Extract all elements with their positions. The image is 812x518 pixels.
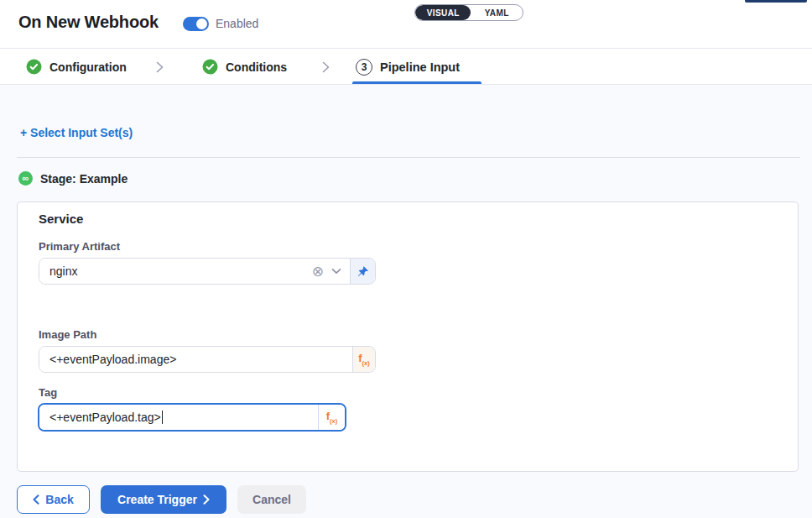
image-path-input[interactable]: [49, 353, 346, 366]
chevron-right-icon: [156, 50, 164, 84]
pin-icon: [357, 265, 369, 278]
chevron-right-icon: [322, 50, 330, 84]
clear-icon[interactable]: ⊗: [312, 264, 324, 279]
chevron-down-icon[interactable]: [331, 268, 341, 275]
stage-header: ∞ Stage: Example: [18, 171, 128, 186]
create-trigger-label: Create Trigger: [117, 493, 197, 506]
tag-input-value: <+eventPayload.tag>: [49, 411, 161, 424]
tag-field: <+eventPayload.tag> f(x): [38, 403, 346, 432]
step-pipeline-input-label: Pipeline Input: [380, 60, 460, 74]
trigger-wizard-page: On New Webhook Enabled VISUAL YAML Confi…: [0, 0, 812, 518]
check-circle-icon: [202, 59, 218, 75]
visual-yaml-toggle: VISUAL YAML: [414, 4, 523, 21]
step-conditions[interactable]: Conditions: [202, 50, 287, 84]
expression-button[interactable]: f(x): [352, 347, 375, 372]
stage-deploy-icon: ∞: [18, 171, 33, 186]
tag-input[interactable]: <+eventPayload.tag>: [39, 405, 318, 430]
chevron-left-icon: [33, 494, 39, 505]
cancel-button-label: Cancel: [252, 493, 291, 506]
fx-icon: f(x): [326, 411, 338, 424]
pin-button[interactable]: [350, 259, 375, 284]
back-button[interactable]: Back: [17, 485, 90, 514]
divider: [17, 157, 800, 158]
tag-label: Tag: [39, 386, 57, 399]
cancel-button[interactable]: Cancel: [237, 485, 306, 514]
stage-title: Stage: Example: [40, 172, 128, 186]
image-path-input-area: [39, 347, 352, 372]
enabled-toggle[interactable]: [183, 17, 209, 31]
step-number-badge: 3: [356, 59, 372, 76]
primary-artifact-select[interactable]: ⊗: [39, 258, 376, 285]
step-configuration[interactable]: Configuration: [26, 50, 127, 84]
tab-yaml[interactable]: YAML: [471, 5, 523, 20]
page-header: On New Webhook Enabled VISUAL YAML: [0, 0, 812, 49]
image-path-label: Image Path: [39, 328, 96, 341]
chevron-right-icon: [203, 494, 210, 505]
enabled-label: Enabled: [216, 17, 258, 30]
tab-visual[interactable]: VISUAL: [415, 5, 471, 20]
primary-artifact-input-area: ⊗: [39, 259, 350, 284]
active-tab-underline: [352, 81, 481, 84]
wizard-step-bar: Configuration Conditions 3 Pipeline Inpu…: [0, 50, 812, 85]
select-input-sets-link[interactable]: + Select Input Set(s): [20, 126, 133, 139]
partial-button-top-right[interactable]: [745, 0, 807, 3]
primary-artifact-label: Primary Artifact: [39, 240, 120, 253]
expression-button[interactable]: f(x): [318, 405, 345, 430]
step-pipeline-input[interactable]: 3 Pipeline Input: [356, 50, 460, 84]
step-configuration-label: Configuration: [49, 60, 127, 74]
toggle-knob: [196, 18, 207, 29]
back-button-label: Back: [45, 493, 73, 506]
image-path-field: f(x): [39, 346, 376, 373]
check-circle-icon: [26, 59, 42, 75]
service-heading: Service: [39, 212, 83, 226]
step-conditions-label: Conditions: [226, 60, 287, 74]
text-cursor: [162, 411, 164, 424]
fx-icon: f(x): [358, 353, 370, 366]
create-trigger-button[interactable]: Create Trigger: [101, 485, 226, 514]
page-title: On New Webhook: [18, 13, 159, 32]
primary-artifact-input[interactable]: [49, 264, 312, 278]
